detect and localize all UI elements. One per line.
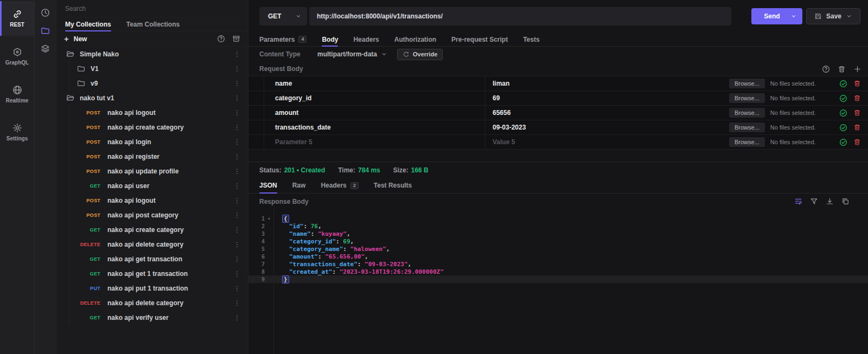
kebab-menu-icon[interactable]: ⋮: [234, 314, 248, 321]
row-handle[interactable]: [248, 106, 264, 120]
fold-arrow-icon[interactable]: ▾: [265, 216, 273, 221]
param-key-field[interactable]: transactions_date: [264, 120, 486, 134]
trash-icon[interactable]: [853, 138, 861, 146]
response-tab-headers[interactable]: Headers 2: [321, 178, 358, 193]
request-item[interactable]: POST nako api logout ⋮: [56, 193, 248, 208]
collection-folder[interactable]: V1 ⋮: [56, 61, 248, 76]
response-tab-json[interactable]: JSON: [259, 178, 277, 193]
kebab-menu-icon[interactable]: ⋮: [234, 270, 248, 278]
browse-file-button[interactable]: Browse...: [729, 93, 765, 103]
request-item[interactable]: GET nako api create category ⋮: [56, 222, 248, 237]
request-item[interactable]: POST nako api register ⋮: [56, 149, 248, 164]
param-key-field[interactable]: Parameter 5: [264, 135, 486, 149]
param-value-field[interactable]: Value 5: [486, 135, 729, 149]
kebab-menu-icon[interactable]: ⋮: [234, 65, 248, 73]
check-circle-icon[interactable]: [839, 108, 847, 117]
request-item[interactable]: POST nako api logout ⋮: [56, 105, 248, 120]
kebab-menu-icon[interactable]: ⋮: [234, 80, 248, 87]
subrail-environments-button[interactable]: [40, 42, 52, 54]
help-icon[interactable]: [216, 35, 225, 43]
kebab-menu-icon[interactable]: ⋮: [234, 168, 248, 175]
kebab-menu-icon[interactable]: ⋮: [234, 153, 248, 160]
collections-tab-team-collections[interactable]: Team Collections: [126, 18, 180, 31]
browse-file-button[interactable]: Browse...: [729, 108, 765, 118]
filter-icon[interactable]: [809, 197, 818, 206]
kebab-menu-icon[interactable]: ⋮: [234, 138, 248, 146]
collection-folder[interactable]: Simple Nako ⋮: [56, 47, 248, 61]
request-tab-tests[interactable]: Tests: [523, 33, 539, 46]
param-value-field[interactable]: liman: [486, 76, 729, 91]
trash-icon[interactable]: [837, 65, 846, 73]
row-handle[interactable]: [248, 76, 264, 91]
plus-icon[interactable]: [853, 65, 861, 73]
subrail-collections-button[interactable]: [40, 24, 52, 36]
row-handle[interactable]: [248, 135, 264, 149]
request-tab-pre-request-script[interactable]: Pre-request Script: [451, 33, 508, 46]
request-item[interactable]: POST nako api update profile ⋮: [56, 164, 248, 178]
param-key-field[interactable]: name: [264, 76, 486, 91]
save-button[interactable]: Save: [806, 8, 860, 24]
kebab-menu-icon[interactable]: ⋮: [234, 241, 248, 248]
rail-item-realtime[interactable]: Realtime: [0, 77, 34, 112]
trash-icon[interactable]: [853, 79, 861, 88]
content-type-select[interactable]: multipart/form-data: [317, 50, 387, 58]
request-item[interactable]: POST nako api post category ⋮: [56, 208, 248, 222]
request-item[interactable]: DELETE nako api delete category ⋮: [56, 295, 248, 310]
send-button[interactable]: Send: [751, 8, 802, 24]
kebab-menu-icon[interactable]: ⋮: [234, 197, 248, 204]
collection-folder[interactable]: nako tut v1 ⋮: [56, 91, 248, 105]
browse-file-button[interactable]: Browse...: [729, 137, 765, 147]
request-tab-headers[interactable]: Headers: [353, 33, 379, 46]
new-collection-row[interactable]: + New: [56, 31, 248, 47]
kebab-menu-icon[interactable]: ⋮: [234, 50, 248, 58]
param-key-field[interactable]: amount: [264, 106, 486, 120]
trash-icon[interactable]: [853, 94, 861, 102]
kebab-menu-icon[interactable]: ⋮: [234, 211, 248, 219]
check-circle-icon[interactable]: [839, 138, 847, 146]
rail-item-graphql[interactable]: GraphQL: [0, 39, 34, 74]
check-circle-icon[interactable]: [839, 79, 847, 88]
request-item[interactable]: DELETE nako api delete category ⋮: [56, 237, 248, 252]
request-item[interactable]: POST nako api create category ⋮: [56, 120, 248, 134]
browse-file-button[interactable]: Browse...: [729, 123, 765, 132]
subrail-history-button[interactable]: [40, 7, 52, 18]
param-value-field[interactable]: 09-03-2023: [486, 120, 729, 134]
trash-icon[interactable]: [853, 123, 861, 132]
kebab-menu-icon[interactable]: ⋮: [234, 109, 248, 117]
request-tab-authorization[interactable]: Authorization: [394, 33, 436, 46]
url-input[interactable]: [309, 7, 731, 25]
response-tab-raw[interactable]: Raw: [292, 178, 306, 193]
kebab-menu-icon[interactable]: ⋮: [234, 182, 248, 190]
kebab-menu-icon[interactable]: ⋮: [234, 255, 248, 263]
request-item[interactable]: GET nako api user ⋮: [56, 178, 248, 193]
request-item[interactable]: POST nako api login ⋮: [56, 134, 248, 149]
request-item[interactable]: GET nako api verify user ⋮: [56, 310, 248, 325]
archive-icon[interactable]: [232, 35, 240, 43]
collections-tab-my-collections[interactable]: My Collections: [65, 18, 111, 31]
check-circle-icon[interactable]: [839, 123, 847, 132]
help-icon[interactable]: [821, 65, 830, 73]
request-item[interactable]: GET nako api get 1 transaction ⋮: [56, 266, 248, 281]
kebab-menu-icon[interactable]: ⋮: [234, 226, 248, 234]
request-tab-body[interactable]: Body: [322, 33, 338, 46]
download-icon[interactable]: [825, 197, 834, 206]
method-select[interactable]: GET: [259, 7, 307, 25]
request-item[interactable]: PUT nako api put 1 transaction ⋮: [56, 281, 248, 295]
kebab-menu-icon[interactable]: ⋮: [234, 124, 248, 131]
request-item[interactable]: GET nako api get transaction ⋮: [56, 252, 248, 266]
search-input[interactable]: [65, 5, 239, 12]
response-tab-test-results[interactable]: Test Results: [374, 178, 412, 193]
kebab-menu-icon[interactable]: ⋮: [234, 94, 248, 102]
wrap-lines-icon[interactable]: [794, 197, 802, 206]
kebab-menu-icon[interactable]: ⋮: [234, 285, 248, 292]
row-handle[interactable]: [248, 91, 264, 105]
collection-folder[interactable]: v9 ⋮: [56, 76, 248, 91]
request-tab-parameters[interactable]: Parameters 4: [259, 33, 307, 46]
param-value-field[interactable]: 65656: [486, 106, 729, 120]
row-handle[interactable]: [248, 120, 264, 134]
rail-item-rest[interactable]: REST: [0, 1, 34, 36]
param-value-field[interactable]: 69: [486, 91, 729, 105]
rail-item-settings[interactable]: Settings: [0, 115, 34, 150]
trash-icon[interactable]: [853, 108, 861, 117]
param-key-field[interactable]: category_id: [264, 91, 486, 105]
